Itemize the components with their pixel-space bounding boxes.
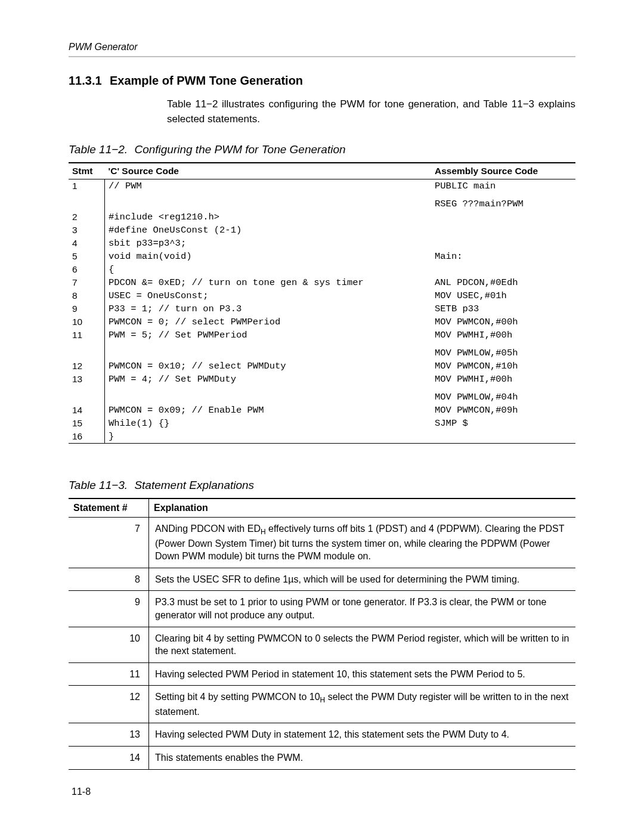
code-c-source: P33 = 1; // turn on P3.3 — [105, 302, 432, 315]
code-row: RSEG ???main?PWM — [69, 193, 575, 210]
code-stmt: 9 — [69, 302, 105, 315]
code-stmt: 14 — [69, 404, 105, 417]
code-stmt — [69, 386, 105, 404]
code-row: 7PDCON &= 0xED; // turn on tone gen & sy… — [69, 276, 575, 289]
code-assembly — [431, 210, 575, 224]
code-row: 8USEC = OneUsConst;MOV USEC,#01h — [69, 289, 575, 302]
explanation-row: 8Sets the USEC SFR to define 1µs, which … — [69, 568, 575, 591]
code-row: 3#define OneUsConst (2-1) — [69, 224, 575, 237]
code-stmt: 5 — [69, 250, 105, 263]
explanation-row: 12Setting bit 4 by setting PWMCON to 10H… — [69, 686, 575, 723]
document-page: PWM Generator 11.3.1 Example of PWM Tone… — [0, 0, 644, 833]
code-table-caption-title: Configuring the PWM for Tone Generation — [134, 143, 345, 156]
code-stmt: 2 — [69, 210, 105, 224]
code-c-source: } — [105, 430, 432, 444]
code-c-source: void main(void) — [105, 250, 432, 263]
code-stmt: 11 — [69, 329, 105, 342]
code-header-c: 'C' Source Code — [105, 163, 432, 179]
gap — [69, 444, 575, 476]
explanation-table: Statement # Explanation 7ANDing PDCON wi… — [69, 498, 575, 769]
explanation-text: Sets the USEC SFR to define 1µs, which w… — [149, 568, 576, 591]
code-assembly: PUBLIC main — [431, 179, 575, 193]
code-stmt: 4 — [69, 237, 105, 250]
explanation-number: 8 — [69, 568, 149, 591]
code-assembly: MOV PWMCON,#10h — [431, 360, 575, 373]
running-head: PWM Generator — [69, 42, 575, 57]
code-stmt: 3 — [69, 224, 105, 237]
explanation-number: 11 — [69, 662, 149, 686]
code-row: 2#include <reg1210.h> — [69, 210, 575, 224]
code-stmt: 16 — [69, 430, 105, 444]
explanation-number: 14 — [69, 746, 149, 769]
code-stmt: 12 — [69, 360, 105, 373]
explanation-row: 9P3.3 must be set to 1 prior to using PW… — [69, 591, 575, 627]
code-c-source: While(1) {} — [105, 417, 432, 430]
code-row: 4sbit p33=p3^3; — [69, 237, 575, 250]
code-c-source — [105, 386, 432, 404]
section-title: Example of PWM Tone Generation — [110, 74, 303, 87]
explanation-text: Having selected PWM Duty in statement 12… — [149, 723, 576, 747]
code-stmt: 1 — [69, 179, 105, 193]
code-stmt — [69, 342, 105, 360]
explanation-text: Having selected PWM Period in statement … — [149, 662, 576, 686]
code-assembly: MOV PWMHI,#00h — [431, 373, 575, 386]
code-row: 14PWMCON = 0x09; // Enable PWMMOV PWMCON… — [69, 404, 575, 417]
explanation-text: Clearing bit 4 by setting PWMCON to 0 se… — [149, 627, 576, 662]
code-table-caption: Table 11−2. Configuring the PWM for Tone… — [69, 143, 575, 156]
code-assembly: SETB p33 — [431, 302, 575, 315]
page-number: 11-8 — [72, 786, 91, 797]
explanation-text: This statements enables the PWM. — [149, 746, 576, 769]
code-c-source: PWM = 5; // Set PWMPeriod — [105, 329, 432, 342]
code-assembly — [431, 237, 575, 250]
code-c-source: USEC = OneUsConst; — [105, 289, 432, 302]
code-assembly: MOV PWMCON,#09h — [431, 404, 575, 417]
code-stmt: 7 — [69, 276, 105, 289]
code-c-source: #include <reg1210.h> — [105, 210, 432, 224]
section-intro: Table 11−2 illustrates configuring the P… — [69, 97, 575, 126]
code-assembly — [431, 430, 575, 444]
explanation-row: 14This statements enables the PWM. — [69, 746, 575, 769]
exp-header-exp: Explanation — [149, 498, 576, 518]
code-row: MOV PWMLOW,#05h — [69, 342, 575, 360]
code-header-asm: Assembly Source Code — [431, 163, 575, 179]
code-assembly: Main: — [431, 250, 575, 263]
code-c-source: PWMCON = 0; // select PWMPeriod — [105, 315, 432, 329]
code-assembly — [431, 224, 575, 237]
code-assembly: RSEG ???main?PWM — [431, 193, 575, 210]
explanation-row: 13Having selected PWM Duty in statement … — [69, 723, 575, 747]
code-assembly: SJMP $ — [431, 417, 575, 430]
explanation-row: 7ANDing PDCON with EDH effectively turns… — [69, 518, 575, 568]
code-assembly: MOV PWMLOW,#05h — [431, 342, 575, 360]
code-c-source: // PWM — [105, 179, 432, 193]
code-row: 5void main(void)Main: — [69, 250, 575, 263]
explanation-row: 11Having selected PWM Period in statemen… — [69, 662, 575, 686]
code-assembly: MOV USEC,#01h — [431, 289, 575, 302]
code-stmt: 6 — [69, 263, 105, 276]
code-stmt: 15 — [69, 417, 105, 430]
explanation-text: P3.3 must be set to 1 prior to using PWM… — [149, 591, 576, 627]
code-assembly: ANL PDCON,#0Edh — [431, 276, 575, 289]
exp-table-caption-title: Statement Explanations — [134, 479, 254, 491]
code-row: 16} — [69, 430, 575, 444]
code-stmt: 10 — [69, 315, 105, 329]
code-c-source: PWM = 4; // Set PWMDuty — [105, 373, 432, 386]
explanation-text: Setting bit 4 by setting PWMCON to 10H s… — [149, 686, 576, 723]
code-c-source: #define OneUsConst (2-1) — [105, 224, 432, 237]
explanation-text: ANDing PDCON with EDH effectively turns … — [149, 518, 576, 568]
code-c-source: sbit p33=p3^3; — [105, 237, 432, 250]
code-stmt — [69, 193, 105, 210]
code-c-source — [105, 342, 432, 360]
explanation-number: 13 — [69, 723, 149, 747]
code-c-source: PDCON &= 0xED; // turn on tone gen & sys… — [105, 276, 432, 289]
exp-table-caption-num: Table 11−3. — [69, 479, 128, 491]
code-row: 6{ — [69, 263, 575, 276]
code-stmt: 8 — [69, 289, 105, 302]
explanation-number: 7 — [69, 518, 149, 568]
code-row: 1// PWMPUBLIC main — [69, 179, 575, 193]
code-c-source: PWMCON = 0x09; // Enable PWM — [105, 404, 432, 417]
code-row: 13PWM = 4; // Set PWMDutyMOV PWMHI,#00h — [69, 373, 575, 386]
code-assembly — [431, 263, 575, 276]
code-table-caption-num: Table 11−2. — [69, 143, 128, 156]
code-row: 12PWMCON = 0x10; // select PWMDutyMOV PW… — [69, 360, 575, 373]
exp-table-caption: Table 11−3. Statement Explanations — [69, 479, 575, 492]
